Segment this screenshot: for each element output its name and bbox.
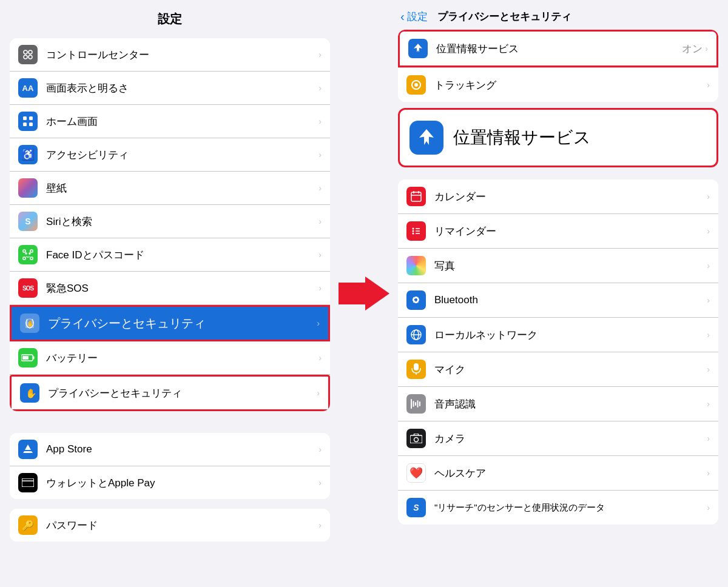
right-item-camera[interactable]: カメラ ›	[398, 421, 718, 456]
svg-point-28	[413, 230, 414, 232]
svg-point-44	[414, 438, 419, 442]
password-label: パスワード	[46, 518, 316, 532]
emergency-sos-icon: SOS	[18, 278, 38, 298]
research-icon: S	[406, 498, 426, 517]
chevron-icon: ›	[318, 150, 322, 159]
chevron-icon: ›	[318, 250, 322, 260]
right-item-photos[interactable]: 写真 ›	[398, 249, 718, 283]
chevron-icon: ›	[318, 216, 322, 226]
chevron-icon: ›	[707, 503, 710, 512]
location-banner: 位置情報サービス	[398, 108, 718, 167]
control-center-label: コントロールセンター	[46, 48, 316, 62]
emergency-sos-label: 緊急SOS	[46, 281, 316, 295]
svg-rect-36	[414, 363, 419, 371]
home-screen-icon	[18, 112, 38, 131]
accessibility-label: アクセシビリティ	[46, 148, 316, 162]
tracking-item[interactable]: トラッキング ›	[398, 67, 718, 102]
svg-point-1	[29, 50, 32, 54]
photos-icon	[406, 256, 426, 275]
photos-label: 写真	[434, 259, 707, 273]
sidebar-item-wallpaper[interactable]: 壁紙 ›	[10, 172, 330, 205]
chevron-icon: ›	[318, 50, 322, 59]
password-icon: 🔑	[18, 515, 38, 535]
svg-rect-39	[413, 401, 414, 407]
tracking-label: トラッキング	[434, 78, 707, 92]
settings-list-top: コントロールセンター › AA 画面表示と明るさ › ホーム画面 › ♿ アクセ…	[10, 38, 330, 411]
battery-icon	[18, 348, 38, 367]
sidebar-item-wallet[interactable]: ウォレットとApple Pay ›	[10, 466, 330, 499]
svg-text:✋: ✋	[25, 388, 36, 399]
svg-rect-10	[23, 250, 25, 252]
wallpaper-label: 壁紙	[46, 181, 316, 195]
chevron-icon: ›	[317, 388, 320, 398]
sidebar-item-battery[interactable]: バッテリー ›	[10, 341, 330, 375]
chevron-icon: ›	[707, 295, 710, 305]
face-id-label: Face IDとパスコード	[46, 248, 316, 262]
health-icon: ❤️	[406, 463, 426, 483]
sidebar-item-app-store[interactable]: App Store ›	[10, 433, 330, 466]
location-services-item[interactable]: 位置情報サービス オン ›	[398, 30, 718, 67]
calendar-icon	[406, 187, 426, 206]
app-store-label: App Store	[46, 443, 316, 455]
local-network-label: ローカルネットワーク	[434, 328, 707, 342]
home-screen-label: ホーム画面	[46, 115, 316, 129]
sidebar-item-siri[interactable]: S Siriと検索 ›	[10, 205, 330, 238]
tracking-chevron-icon: ›	[707, 80, 710, 90]
right-header: ‹ 設定 プライバシーとセキュリティ	[388, 0, 728, 30]
sidebar-item-face-id[interactable]: Face IDとパスコード ›	[10, 238, 330, 272]
privacy-highlight-icon: ✋	[20, 314, 39, 333]
svg-point-0	[24, 50, 27, 54]
siri-label: Siriと検索	[46, 215, 316, 229]
svg-point-27	[413, 228, 414, 230]
microphone-icon	[406, 360, 426, 379]
right-item-health[interactable]: ❤️ ヘルスケア ›	[398, 456, 718, 491]
sidebar-item-privacy2[interactable]: ✋ プライバシーとセキュリティ ›	[10, 375, 330, 411]
location-banner-label: 位置情報サービス	[453, 126, 591, 149]
right-item-bluetooth[interactable]: ⭘ Bluetooth ›	[398, 283, 718, 318]
settings-list-password: 🔑 パスワード ›	[10, 509, 330, 542]
svg-rect-38	[411, 399, 412, 409]
location-banner-icon	[410, 121, 443, 155]
control-center-icon	[18, 45, 38, 64]
location-services-value: オン	[682, 42, 703, 56]
sidebar-item-emergency-sos[interactable]: SOS 緊急SOS ›	[10, 272, 330, 305]
svg-rect-17	[22, 356, 29, 360]
sidebar-item-control-center[interactable]: コントロールセンター ›	[10, 38, 330, 72]
location-chevron-icon: ›	[705, 44, 708, 53]
display-label: 画面表示と明るさ	[46, 81, 316, 95]
svg-rect-13	[30, 257, 33, 260]
app-store-icon	[18, 440, 38, 459]
navigation-arrow	[340, 0, 388, 587]
sidebar-item-home-screen[interactable]: ホーム画面 ›	[10, 105, 330, 138]
sidebar-item-password[interactable]: 🔑 パスワード ›	[10, 509, 330, 542]
privacy2-label: プライバシーとセキュリティ	[48, 386, 314, 400]
wallet-label: ウォレットとApple Pay	[46, 476, 316, 490]
right-item-speech[interactable]: 音声認識 ›	[398, 387, 718, 421]
display-icon: AA	[18, 78, 38, 98]
sidebar-item-display[interactable]: AA 画面表示と明るさ ›	[10, 72, 330, 105]
svg-rect-16	[33, 357, 35, 360]
svg-rect-7	[29, 122, 33, 126]
wallpaper-icon	[18, 178, 38, 198]
face-id-icon	[18, 245, 38, 264]
right-item-research[interactable]: S "リサーチ"のセンサーと使用状況のデータ ›	[398, 491, 718, 525]
svg-point-22	[414, 83, 418, 87]
location-services-icon	[408, 39, 428, 58]
chevron-icon: ›	[707, 364, 710, 374]
local-network-icon	[406, 325, 426, 344]
tracking-icon	[406, 75, 426, 95]
health-label: ヘルスケア	[434, 466, 707, 480]
chevron-icon: ›	[318, 520, 322, 530]
chevron-icon: ›	[707, 261, 710, 270]
right-item-reminders[interactable]: リマインダー ›	[398, 214, 718, 249]
privacy2-icon: ✋	[20, 383, 39, 403]
chevron-icon: ›	[707, 399, 710, 409]
sidebar-item-accessibility[interactable]: ♿ アクセシビリティ ›	[10, 138, 330, 172]
back-button[interactable]: ‹ 設定	[400, 10, 428, 24]
right-item-local-network[interactable]: ローカルネットワーク ›	[398, 318, 718, 352]
right-item-calendar[interactable]: カレンダー ›	[398, 179, 718, 214]
sidebar-item-privacy-highlight[interactable]: ✋ プライバシーとセキュリティ ›	[10, 305, 330, 341]
chevron-icon: ›	[318, 478, 322, 488]
svg-point-9	[29, 253, 30, 254]
right-item-microphone[interactable]: マイク ›	[398, 352, 718, 387]
